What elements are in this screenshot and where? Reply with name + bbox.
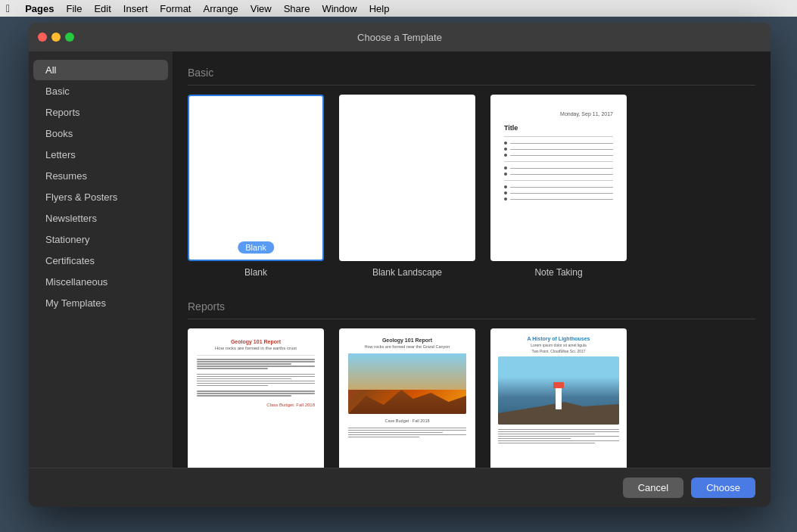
traffic-lights (38, 33, 74, 42)
sidebar-item-reports[interactable]: Reports (33, 102, 168, 123)
template-blank-landscape[interactable]: Blank Landscape (339, 95, 475, 278)
menubar:  Pages File Edit Insert Format Arrange … (0, 0, 797, 17)
sidebar-item-letters[interactable]: Letters (33, 145, 168, 165)
sidebar-item-certificates[interactable]: Certificates (33, 250, 168, 271)
menubar-arrange[interactable]: Arrange (203, 3, 238, 14)
menubar-insert[interactable]: Insert (123, 3, 148, 14)
sidebar-item-newsletters[interactable]: Newsletters (33, 208, 168, 229)
menubar-window[interactable]: Window (322, 3, 356, 14)
maximize-button[interactable] (65, 33, 74, 42)
school-report-image (498, 356, 619, 425)
sidebar-item-miscellaneous[interactable]: Miscellaneous (33, 272, 168, 292)
reports-section: Reports Geology 101 Report How rocks are… (188, 300, 755, 468)
sidebar-item-resumes[interactable]: Resumes (33, 166, 168, 186)
blank-badge: Blank (238, 241, 274, 254)
note-taking-label: Note Taking (534, 267, 582, 278)
reports-section-header: Reports (188, 300, 755, 319)
template-school-report[interactable]: A History of Lighthouses Lorem ipsum dol… (490, 328, 627, 468)
sidebar-item-basic[interactable]: Basic (33, 81, 168, 101)
window-title: Choose a Template (357, 32, 442, 43)
sidebar-item-books[interactable]: Books (33, 123, 168, 144)
main-panel: Basic Blank Blank Blank Landscape (173, 51, 771, 468)
cancel-button[interactable]: Cancel (623, 478, 683, 498)
sidebar-item-all[interactable]: All (33, 60, 168, 80)
sidebar-item-my-templates[interactable]: My Templates (33, 293, 168, 313)
essay-title-preview: Geology 101 Report (197, 339, 315, 344)
blank-landscape-label: Blank Landscape (372, 267, 442, 278)
blank-label: Blank (244, 267, 267, 278)
menubar-help[interactable]: Help (369, 3, 390, 14)
choose-template-window: Choose a Template All Basic Reports Book… (29, 23, 771, 507)
template-essay[interactable]: Geology 101 Report How rocks are formed … (188, 328, 324, 468)
basic-section-header: Basic (188, 67, 755, 86)
sidebar-item-stationery[interactable]: Stationery (33, 229, 168, 250)
template-blank[interactable]: Blank Blank (188, 95, 324, 278)
essay-thumbnail[interactable]: Geology 101 Report How rocks are formed … (188, 328, 324, 468)
choose-button[interactable]: Choose (691, 478, 755, 498)
note-taking-thumbnail[interactable]: Monday, Sep 11, 2017 Title (490, 95, 627, 261)
minimize-button[interactable] (51, 33, 61, 42)
menubar-pages[interactable]: Pages (25, 3, 54, 14)
close-button[interactable] (38, 33, 47, 42)
menubar-share[interactable]: Share (284, 3, 310, 14)
window-content: All Basic Reports Books Letters Resumes … (29, 51, 771, 468)
apple-icon:  (6, 2, 10, 14)
menubar-view[interactable]: View (251, 3, 272, 14)
basic-section: Basic Blank Blank Blank Landscape (188, 67, 755, 278)
term-paper-title-preview: Geology 101 Report (348, 338, 466, 343)
menubar-file[interactable]: File (66, 3, 82, 14)
menubar-format[interactable]: Format (160, 3, 191, 14)
school-report-header-preview: A History of Lighthouses (498, 336, 619, 341)
essay-subtitle-preview: How rocks are formed in the earths crust (197, 346, 315, 350)
term-paper-thumbnail[interactable]: Geology 101 Report How rocks are formed … (339, 328, 475, 468)
school-report-thumbnail[interactable]: A History of Lighthouses Lorem ipsum dol… (490, 328, 627, 468)
template-note-taking[interactable]: Monday, Sep 11, 2017 Title (490, 95, 627, 278)
note-date: Monday, Sep 11, 2017 (504, 111, 613, 117)
reports-templates-grid: Geology 101 Report How rocks are formed … (188, 328, 755, 468)
bottom-bar: Cancel Choose (29, 468, 771, 507)
blank-thumbnail[interactable]: Blank (188, 95, 324, 261)
blank-landscape-thumbnail[interactable] (339, 95, 475, 261)
titlebar: Choose a Template (29, 23, 771, 51)
template-term-paper[interactable]: Geology 101 Report How rocks are formed … (339, 328, 475, 468)
menubar-edit[interactable]: Edit (94, 3, 111, 14)
sidebar: All Basic Reports Books Letters Resumes … (29, 51, 173, 468)
basic-templates-grid: Blank Blank Blank Landscape Monday, Se (188, 95, 755, 278)
term-paper-image (348, 353, 466, 414)
sidebar-item-flyers-posters[interactable]: Flyers & Posters (33, 187, 168, 207)
note-title-preview: Title (504, 124, 613, 132)
